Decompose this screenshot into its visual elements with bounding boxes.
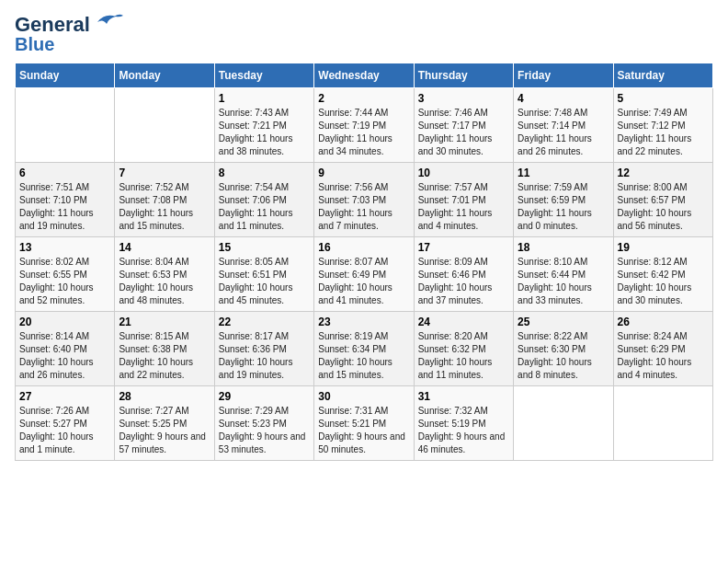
daylight-text: Daylight: 10 hours and 19 minutes. (219, 357, 293, 380)
daylight-text: Daylight: 10 hours and 4 minutes. (618, 357, 692, 380)
day-number: 23 (318, 316, 409, 328)
sunrise-text: Sunrise: 8:24 AM (618, 331, 688, 341)
day-number: 13 (19, 241, 110, 254)
header-cell-saturday: Saturday (613, 63, 712, 88)
day-number: 25 (518, 316, 609, 328)
calendar-cell: 29 Sunrise: 7:29 AM Sunset: 5:23 PM Dayl… (214, 386, 313, 461)
day-number: 4 (518, 92, 609, 105)
day-number: 26 (618, 316, 709, 328)
day-number: 11 (518, 167, 609, 179)
daylight-text: Daylight: 10 hours and 26 minutes. (19, 357, 94, 380)
day-info: Sunrise: 8:19 AM Sunset: 6:34 PM Dayligh… (318, 330, 409, 382)
sunrise-text: Sunrise: 8:04 AM (119, 257, 188, 267)
day-info: Sunrise: 8:05 AM Sunset: 6:51 PM Dayligh… (219, 256, 310, 307)
sunset-text: Sunset: 6:57 PM (618, 195, 686, 205)
day-info: Sunrise: 7:46 AM Sunset: 7:17 PM Dayligh… (418, 107, 509, 158)
sunrise-text: Sunrise: 8:15 AM (119, 331, 188, 341)
calendar-cell: 14 Sunrise: 8:04 AM Sunset: 6:53 PM Dayl… (115, 237, 214, 312)
day-info: Sunrise: 7:52 AM Sunset: 7:08 PM Dayligh… (119, 181, 210, 233)
calendar-cell: 22 Sunrise: 8:17 AM Sunset: 6:36 PM Dayl… (214, 312, 313, 386)
day-number: 20 (19, 316, 110, 328)
day-info: Sunrise: 8:04 AM Sunset: 6:53 PM Dayligh… (119, 256, 210, 307)
daylight-text: Daylight: 11 hours and 7 minutes. (318, 208, 392, 231)
calendar-cell: 8 Sunrise: 7:54 AM Sunset: 7:06 PM Dayli… (214, 163, 313, 237)
calendar-cell: 19 Sunrise: 8:12 AM Sunset: 6:42 PM Dayl… (613, 237, 712, 312)
header-cell-thursday: Thursday (414, 63, 513, 88)
sunset-text: Sunset: 7:14 PM (518, 121, 586, 131)
day-number: 29 (219, 390, 310, 403)
calendar-cell: 31 Sunrise: 7:32 AM Sunset: 5:19 PM Dayl… (414, 386, 513, 461)
day-number: 28 (119, 390, 210, 403)
day-number: 3 (418, 92, 509, 105)
day-number: 17 (418, 241, 509, 254)
calendar-cell (613, 386, 712, 461)
daylight-text: Daylight: 9 hours and 50 minutes. (318, 431, 405, 454)
day-info: Sunrise: 8:22 AM Sunset: 6:30 PM Dayligh… (518, 330, 609, 382)
day-number: 31 (418, 390, 509, 403)
day-info: Sunrise: 8:24 AM Sunset: 6:29 PM Dayligh… (618, 330, 709, 382)
calendar-cell: 13 Sunrise: 8:02 AM Sunset: 6:55 PM Dayl… (16, 237, 115, 312)
sunset-text: Sunset: 6:44 PM (518, 270, 586, 280)
sunrise-text: Sunrise: 7:48 AM (518, 108, 587, 118)
sunset-text: Sunset: 6:29 PM (618, 344, 686, 354)
logo: General Blue (15, 15, 90, 53)
day-info: Sunrise: 7:57 AM Sunset: 7:01 PM Dayligh… (418, 181, 509, 233)
sunrise-text: Sunrise: 7:44 AM (318, 108, 388, 118)
header-row: SundayMondayTuesdayWednesdayThursdayFrid… (16, 63, 713, 88)
sunset-text: Sunset: 5:21 PM (318, 419, 386, 429)
daylight-text: Daylight: 11 hours and 11 minutes. (219, 208, 293, 231)
calendar-cell: 11 Sunrise: 7:59 AM Sunset: 6:59 PM Dayl… (514, 163, 613, 237)
day-info: Sunrise: 8:17 AM Sunset: 6:36 PM Dayligh… (219, 330, 310, 382)
sunrise-text: Sunrise: 8:19 AM (318, 331, 388, 341)
day-info: Sunrise: 8:09 AM Sunset: 6:46 PM Dayligh… (418, 256, 509, 307)
daylight-text: Daylight: 10 hours and 52 minutes. (19, 282, 94, 305)
daylight-text: Daylight: 9 hours and 53 minutes. (219, 431, 306, 454)
sunrise-text: Sunrise: 7:57 AM (418, 182, 488, 192)
sunset-text: Sunset: 7:12 PM (618, 121, 686, 131)
sunrise-text: Sunrise: 7:59 AM (518, 182, 587, 192)
sunset-text: Sunset: 6:49 PM (318, 270, 386, 280)
sunset-text: Sunset: 6:34 PM (318, 344, 386, 354)
daylight-text: Daylight: 10 hours and 1 minute. (19, 431, 94, 454)
header-cell-sunday: Sunday (16, 63, 115, 88)
sunset-text: Sunset: 7:17 PM (418, 121, 486, 131)
day-info: Sunrise: 7:49 AM Sunset: 7:12 PM Dayligh… (618, 107, 709, 158)
day-info: Sunrise: 7:56 AM Sunset: 7:03 PM Dayligh… (318, 181, 409, 233)
day-number: 2 (318, 92, 409, 105)
calendar-cell: 12 Sunrise: 8:00 AM Sunset: 6:57 PM Dayl… (613, 163, 712, 237)
sunset-text: Sunset: 6:40 PM (19, 344, 87, 354)
day-number: 24 (418, 316, 509, 328)
day-info: Sunrise: 7:27 AM Sunset: 5:25 PM Dayligh… (119, 405, 210, 456)
day-info: Sunrise: 7:31 AM Sunset: 5:21 PM Dayligh… (318, 405, 409, 456)
logo-text: General (15, 13, 90, 36)
sunrise-text: Sunrise: 8:14 AM (19, 331, 89, 341)
sunset-text: Sunset: 6:38 PM (119, 344, 187, 354)
calendar-cell: 7 Sunrise: 7:52 AM Sunset: 7:08 PM Dayli… (115, 163, 214, 237)
daylight-text: Daylight: 10 hours and 37 minutes. (418, 282, 493, 305)
sunrise-text: Sunrise: 8:22 AM (518, 331, 587, 341)
header-cell-tuesday: Tuesday (214, 63, 313, 88)
day-number: 15 (219, 241, 310, 254)
day-number: 5 (618, 92, 709, 105)
calendar-cell: 3 Sunrise: 7:46 AM Sunset: 7:17 PM Dayli… (414, 88, 513, 163)
day-info: Sunrise: 7:44 AM Sunset: 7:19 PM Dayligh… (318, 107, 409, 158)
calendar-week-4: 20 Sunrise: 8:14 AM Sunset: 6:40 PM Dayl… (16, 312, 713, 386)
daylight-text: Daylight: 11 hours and 15 minutes. (119, 208, 193, 231)
calendar-cell: 24 Sunrise: 8:20 AM Sunset: 6:32 PM Dayl… (414, 312, 513, 386)
day-info: Sunrise: 8:07 AM Sunset: 6:49 PM Dayligh… (318, 256, 409, 307)
day-info: Sunrise: 7:59 AM Sunset: 6:59 PM Dayligh… (518, 181, 609, 233)
sunset-text: Sunset: 6:51 PM (219, 270, 287, 280)
sunset-text: Sunset: 5:23 PM (219, 419, 287, 429)
sunset-text: Sunset: 6:53 PM (119, 270, 187, 280)
day-number: 27 (19, 390, 110, 403)
sunrise-text: Sunrise: 7:27 AM (119, 406, 188, 416)
sunset-text: Sunset: 7:21 PM (219, 121, 287, 131)
day-info: Sunrise: 7:48 AM Sunset: 7:14 PM Dayligh… (518, 107, 609, 158)
calendar-cell: 17 Sunrise: 8:09 AM Sunset: 6:46 PM Dayl… (414, 237, 513, 312)
sunset-text: Sunset: 6:30 PM (518, 344, 586, 354)
sunset-text: Sunset: 6:46 PM (418, 270, 486, 280)
daylight-text: Daylight: 10 hours and 48 minutes. (119, 282, 193, 305)
daylight-text: Daylight: 10 hours and 45 minutes. (219, 282, 293, 305)
calendar-cell: 10 Sunrise: 7:57 AM Sunset: 7:01 PM Dayl… (414, 163, 513, 237)
sunrise-text: Sunrise: 8:07 AM (318, 257, 388, 267)
